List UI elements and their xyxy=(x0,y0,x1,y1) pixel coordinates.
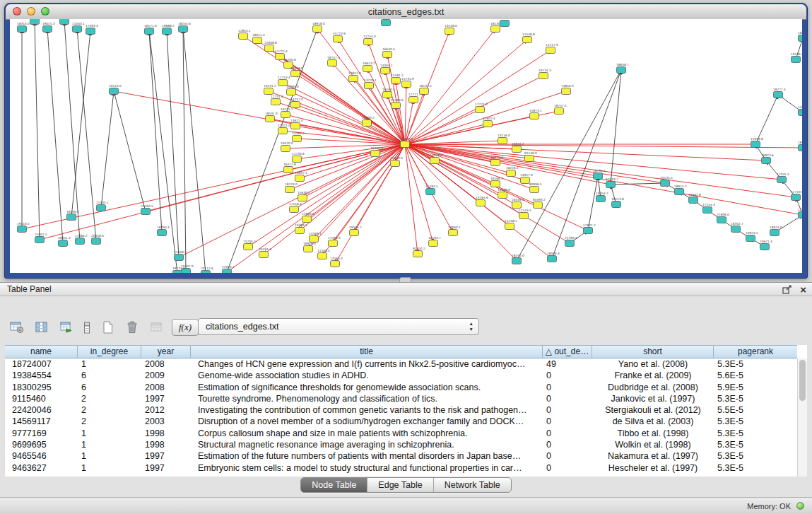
graph-node[interactable] xyxy=(259,252,269,258)
graph-node[interactable] xyxy=(281,146,290,152)
graph-node[interactable] xyxy=(67,214,76,221)
graph-node[interactable] xyxy=(491,181,500,187)
graph-node[interactable] xyxy=(519,213,529,219)
graph-edge[interactable] xyxy=(22,144,405,229)
graph-edge[interactable] xyxy=(149,31,162,233)
graph-node[interactable] xyxy=(175,255,184,261)
graph-node[interactable] xyxy=(539,73,548,79)
graph-node[interactable] xyxy=(799,212,803,218)
delete-table-button[interactable] xyxy=(122,318,142,337)
column-header-out-de-[interactable]: △ out_de… xyxy=(543,345,592,358)
graph-node[interactable] xyxy=(392,78,401,84)
graph-node[interactable] xyxy=(110,88,119,95)
graph-node[interactable] xyxy=(500,21,510,27)
table-row[interactable]: 969969511998Structural magnetic resonanc… xyxy=(5,439,797,450)
graph-node[interactable] xyxy=(286,187,295,193)
graph-node[interactable] xyxy=(86,28,95,35)
graph-node[interactable] xyxy=(777,177,787,183)
graph-node[interactable] xyxy=(401,141,410,148)
graph-node[interactable] xyxy=(498,138,507,144)
graph-node[interactable] xyxy=(278,128,288,134)
graph-node[interactable] xyxy=(350,230,359,236)
graph-edge[interactable] xyxy=(405,144,418,254)
graph-node[interactable] xyxy=(383,92,392,98)
graph-edge[interactable] xyxy=(248,144,405,247)
table-row[interactable]: 946362711997Embryonic stem cells: a mode… xyxy=(5,462,797,474)
graph-node[interactable] xyxy=(512,146,522,153)
graph-edge[interactable] xyxy=(286,115,405,144)
graph-node[interactable] xyxy=(298,195,307,201)
graph-node[interactable] xyxy=(402,81,411,88)
graph-node[interactable] xyxy=(334,36,343,42)
graph-node[interactable] xyxy=(331,261,340,267)
graph-node[interactable] xyxy=(363,66,372,72)
graph-node[interactable] xyxy=(717,217,726,223)
graph-node[interactable] xyxy=(505,223,514,230)
graph-node[interactable] xyxy=(546,47,555,54)
float-panel-icon[interactable] xyxy=(782,285,792,294)
graph-edge[interactable] xyxy=(294,144,405,209)
graph-node[interactable] xyxy=(584,228,593,234)
graph-node[interactable] xyxy=(141,209,151,215)
graph-node[interactable] xyxy=(392,103,401,109)
table-row[interactable]: 1830029562008Estimation of significance … xyxy=(5,382,797,393)
graph-node[interactable] xyxy=(30,19,40,25)
graph-node[interactable] xyxy=(562,88,571,95)
close-panel-icon[interactable]: × xyxy=(800,284,806,295)
graph-node[interactable] xyxy=(145,28,154,35)
graph-node[interactable] xyxy=(59,240,68,247)
graph-node[interactable] xyxy=(158,230,167,236)
new-table-button[interactable] xyxy=(98,318,117,337)
merge-table-button[interactable] xyxy=(147,318,167,337)
graph-node[interactable] xyxy=(371,151,380,157)
graph-node[interactable] xyxy=(530,187,539,193)
window-titlebar[interactable]: citations_edges.txt xyxy=(6,4,806,20)
graph-edge[interactable] xyxy=(405,84,406,144)
column-header-name[interactable]: name xyxy=(5,345,78,358)
graph-edge[interactable] xyxy=(167,31,179,257)
graph-node[interactable] xyxy=(291,71,300,77)
graph-node[interactable] xyxy=(491,26,500,33)
graph-node[interactable] xyxy=(792,57,801,63)
graph-edge[interactable] xyxy=(290,144,405,189)
graph-node[interactable] xyxy=(284,167,293,173)
graph-node[interactable] xyxy=(266,116,275,122)
graph-node[interactable] xyxy=(18,226,27,233)
function-builder-button[interactable]: f(x) xyxy=(172,319,199,336)
graph-node[interactable] xyxy=(413,251,423,257)
citation-network-graph[interactable]: 17240.012854.118012.422608.811775.414200… xyxy=(10,19,802,273)
graph-node[interactable] xyxy=(476,107,485,113)
graph-node[interactable] xyxy=(507,170,516,177)
graph-node[interactable] xyxy=(762,158,771,164)
graph-node[interactable] xyxy=(689,197,698,204)
graph-node[interactable] xyxy=(290,206,299,213)
graph-node[interactable] xyxy=(491,160,500,166)
graph-node[interactable] xyxy=(429,240,438,247)
graph-node[interactable] xyxy=(173,271,182,274)
graph-node[interactable] xyxy=(594,173,603,180)
graph-node[interactable] xyxy=(774,92,783,98)
graph-node[interactable] xyxy=(498,192,507,199)
graph-edge[interactable] xyxy=(114,91,146,211)
table-settings-button[interactable] xyxy=(7,318,27,337)
graph-node[interactable] xyxy=(295,175,305,182)
network-canvas[interactable]: 17240.012854.118012.422608.811775.414200… xyxy=(10,19,802,273)
graph-node[interactable] xyxy=(799,145,803,151)
minimize-window-button[interactable] xyxy=(27,7,35,16)
graph-node[interactable] xyxy=(521,177,530,184)
graph-node[interactable] xyxy=(799,110,803,116)
import-table-button[interactable] xyxy=(57,318,76,337)
graph-node[interactable] xyxy=(349,76,358,82)
graph-edge[interactable] xyxy=(405,144,802,215)
network-table-select[interactable]: citations_edges.txt ▲▼ xyxy=(198,318,479,335)
table-row[interactable]: 1456911722003Disruption of a novel membe… xyxy=(5,416,797,427)
graph-edge[interactable] xyxy=(588,176,598,230)
show-columns-button[interactable] xyxy=(32,318,52,337)
graph-node[interactable] xyxy=(530,113,539,119)
graph-node[interactable] xyxy=(304,246,313,252)
graph-edge[interactable] xyxy=(71,31,90,217)
graph-node[interactable] xyxy=(426,189,435,195)
graph-node[interactable] xyxy=(179,26,188,33)
graph-node[interactable] xyxy=(239,33,248,40)
graph-node[interactable] xyxy=(430,158,440,164)
